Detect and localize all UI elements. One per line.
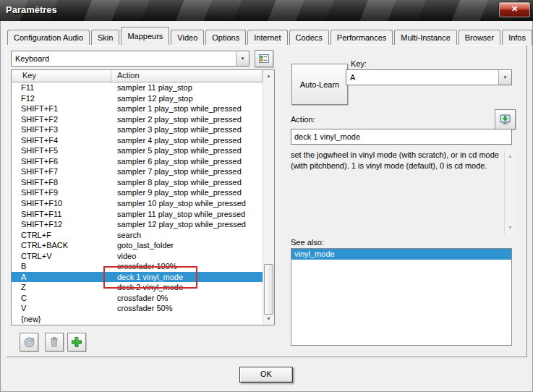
tab-video[interactable]: Video bbox=[171, 30, 204, 45]
mapping-row-shift-f7[interactable]: SHIFT+F7sampler 7 play_stop while_presse… bbox=[12, 166, 263, 177]
mapper-properties-button[interactable] bbox=[255, 50, 273, 67]
mappers-tab-page: Keyboard ▼ Key Action F11sampler 11 play… bbox=[6, 45, 527, 357]
mapping-row-a[interactable]: Adeck 1 vinyl_mode bbox=[12, 272, 263, 283]
mapping-key: SHIFT+F11 bbox=[12, 209, 111, 220]
mapping-row-shift-f5[interactable]: SHIFT+F5sampler 5 play_stop while_presse… bbox=[12, 145, 263, 156]
mapping-action: crossfader 50% bbox=[111, 303, 263, 314]
mapping-key: SHIFT+F4 bbox=[12, 135, 111, 146]
restore-disc-icon bbox=[23, 336, 35, 349]
auto-learn-button[interactable]: Auto-Learn bbox=[291, 64, 348, 105]
mapping-row-shift-f3[interactable]: SHIFT+F3sampler 3 play_stop while_presse… bbox=[12, 124, 263, 135]
mapping-list: Key Action F11sampler 11 play_stopF12sam… bbox=[11, 69, 275, 325]
mapping-action: sampler 10 play_stop while_pressed bbox=[111, 198, 263, 209]
mapping-list-scrollbar[interactable]: ▲ ▼ bbox=[263, 70, 274, 325]
mapping-row-ctrl-back[interactable]: CTRL+BACKgoto_last_folder bbox=[12, 240, 263, 251]
mapping-key: B bbox=[12, 261, 111, 272]
mapping-list-header: Key Action bbox=[12, 70, 263, 82]
see-also-item-vinyl-mode[interactable]: vinyl_mode bbox=[291, 249, 511, 260]
tab-browser[interactable]: Browser bbox=[459, 30, 500, 45]
tab-infos[interactable]: Infos bbox=[502, 30, 532, 45]
mapping-action: sampler 9 play_stop while_pressed bbox=[111, 187, 263, 198]
tab-mappeurs[interactable]: Mappeurs bbox=[121, 27, 169, 45]
delete-mapping-button[interactable] bbox=[45, 333, 64, 351]
mapping-action: search bbox=[111, 230, 263, 241]
mapping-row-b[interactable]: Bcrossfader 100% bbox=[12, 261, 263, 272]
send-to-device-button[interactable] bbox=[495, 109, 516, 129]
mapping-key: SHIFT+F10 bbox=[12, 198, 111, 209]
mapping-action: deck 1 vinyl_mode bbox=[111, 272, 263, 283]
mapping-key: V bbox=[12, 303, 111, 314]
mapping-action: sampler 1 play_stop while_pressed bbox=[111, 103, 263, 114]
mapping-list-body: F11sampler 11 play_stopF12sampler 12 pla… bbox=[12, 82, 263, 325]
tab-bar: Configuration AudioSkinMappeursVideoOpti… bbox=[7, 27, 533, 45]
ok-button[interactable]: OK bbox=[239, 367, 293, 383]
add-mapping-button[interactable] bbox=[67, 333, 86, 351]
mapping-key: CTRL+F bbox=[12, 230, 111, 241]
mapping-list-main: Key Action F11sampler 11 play_stopF12sam… bbox=[12, 70, 263, 325]
scroll-down-icon[interactable]: ▼ bbox=[263, 314, 274, 324]
tab-options[interactable]: Options bbox=[205, 30, 246, 45]
mapping-key: SHIFT+F8 bbox=[12, 177, 111, 188]
mapping-action: sampler 12 play_stop bbox=[111, 93, 263, 104]
mapping-row-f11[interactable]: F11sampler 11 play_stop bbox=[12, 82, 263, 93]
mapping-key: Z bbox=[12, 282, 111, 293]
key-selector[interactable]: A ▼ bbox=[346, 69, 512, 85]
mapping-row-shift-f9[interactable]: SHIFT+F9sampler 9 play_stop while_presse… bbox=[12, 187, 263, 198]
mapping-row-shift-f10[interactable]: SHIFT+F10sampler 10 play_stop while_pres… bbox=[12, 198, 263, 209]
tab-skin[interactable]: Skin bbox=[91, 30, 119, 45]
plus-icon bbox=[71, 336, 82, 348]
scrollbar-thumb[interactable] bbox=[264, 264, 273, 315]
scroll-up-icon[interactable]: ▲ bbox=[263, 71, 274, 81]
dropdown-arrow-icon[interactable]: ▼ bbox=[236, 51, 249, 66]
mapping-row-shift-f4[interactable]: SHIFT+F4sampler 4 play_stop while_presse… bbox=[12, 135, 263, 146]
mapping-row-ctrl-f[interactable]: CTRL+Fsearch bbox=[12, 230, 263, 241]
action-input[interactable] bbox=[291, 129, 512, 145]
mapping-key: {new} bbox=[12, 314, 111, 325]
mapping-row-shift-f8[interactable]: SHIFT+F8sampler 8 play_stop while_presse… bbox=[12, 177, 263, 188]
mapping-row-shift-f6[interactable]: SHIFT+F6sampler 6 play_stop while_presse… bbox=[12, 156, 263, 167]
mapping-action: video bbox=[111, 251, 263, 262]
mapping-row-shift-f1[interactable]: SHIFT+F1sampler 1 play_stop while_presse… bbox=[12, 103, 263, 114]
tab-multi-instance[interactable]: Multi-Instance bbox=[394, 30, 456, 45]
mapping-row-shift-f11[interactable]: SHIFT+F11sampler 11 play_stop while_pres… bbox=[12, 209, 263, 220]
tab-internet[interactable]: Internet bbox=[247, 30, 287, 45]
scroll-down-icon: ▼ bbox=[505, 223, 516, 233]
mapping-key: C bbox=[12, 293, 111, 304]
mapping-row-v[interactable]: Vcrossfader 50% bbox=[12, 303, 263, 314]
key-selector-value: A bbox=[346, 70, 498, 85]
mapping-row-c[interactable]: Ccrossfader 0% bbox=[12, 293, 263, 304]
restore-default-button[interactable] bbox=[20, 333, 38, 351]
list-properties-icon bbox=[258, 53, 270, 64]
mapping-action: sampler 6 play_stop while_pressed bbox=[111, 156, 263, 167]
action-label: Action: bbox=[291, 115, 315, 124]
mapping-row-f12[interactable]: F12sampler 12 play_stop bbox=[12, 93, 263, 104]
mapping-row-shift-f2[interactable]: SHIFT+F2sampler 2 play_stop while_presse… bbox=[12, 114, 263, 125]
device-selector[interactable]: Keyboard ▼ bbox=[11, 51, 250, 67]
mapping-row-new[interactable]: {new} bbox=[12, 314, 263, 325]
dropdown-arrow-icon[interactable]: ▼ bbox=[498, 70, 511, 85]
see-also-list: vinyl_mode bbox=[291, 248, 512, 346]
column-header-key[interactable]: Key bbox=[12, 70, 111, 82]
mapping-key: SHIFT+F2 bbox=[12, 114, 111, 125]
close-button[interactable]: ✕ bbox=[499, 2, 530, 17]
tab-configuration-audio[interactable]: Configuration Audio bbox=[7, 30, 90, 45]
tab-performances[interactable]: Performances bbox=[331, 30, 393, 45]
mapping-key: A bbox=[12, 272, 111, 283]
tab-codecs[interactable]: Codecs bbox=[289, 30, 329, 45]
column-header-action[interactable]: Action bbox=[111, 70, 263, 82]
device-selector-value: Keyboard bbox=[12, 51, 236, 66]
mapping-action: crossfader 0% bbox=[111, 293, 263, 304]
trash-icon bbox=[48, 336, 60, 348]
title-bar: Paramètres ✕ bbox=[0, 0, 533, 21]
mapping-key: SHIFT+F6 bbox=[12, 156, 111, 167]
mapping-key: SHIFT+F5 bbox=[12, 145, 111, 156]
mapping-row-z[interactable]: Zdeck 2 vinyl_mode bbox=[12, 282, 263, 293]
mapping-row-ctrl-v[interactable]: CTRL+Vvideo bbox=[12, 251, 263, 262]
mapping-action: sampler 11 play_stop bbox=[111, 82, 263, 93]
mapping-row-shift-f12[interactable]: SHIFT+F12sampler 12 play_stop while_pres… bbox=[12, 219, 263, 230]
mapping-key: F11 bbox=[12, 82, 111, 93]
mapping-key: SHIFT+F12 bbox=[12, 219, 111, 230]
mapping-action: sampler 2 play_stop while_pressed bbox=[111, 114, 263, 125]
mapping-key: SHIFT+F9 bbox=[12, 187, 111, 198]
mapping-action: deck 2 vinyl_mode bbox=[111, 282, 263, 293]
